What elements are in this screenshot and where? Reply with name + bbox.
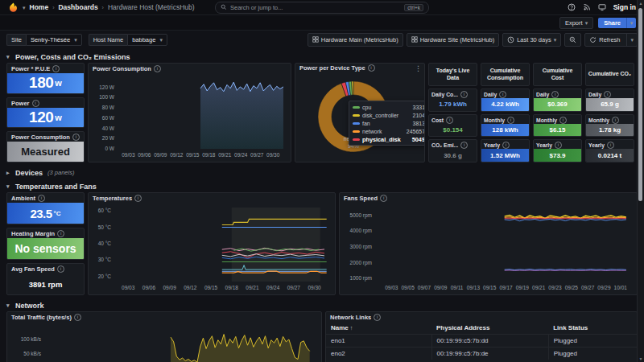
info-icon[interactable] bbox=[502, 142, 510, 149]
panel-title[interactable]: Power Consumption bbox=[93, 65, 151, 72]
info-icon[interactable] bbox=[460, 91, 468, 98]
info-icon[interactable] bbox=[446, 117, 453, 124]
info-icon[interactable] bbox=[460, 142, 468, 149]
stat-value-power-pue: 180w bbox=[7, 73, 84, 93]
grafana-app: Home › Dashboards › Hardware Host (Metri… bbox=[0, 0, 644, 362]
total-traffic-chart[interactable]: 50 kB/s100 kB/s bbox=[9, 322, 316, 362]
info-icon[interactable] bbox=[555, 142, 562, 149]
row-power-costs[interactable]: ▾ Power, Costs and CO₂ Emissions bbox=[6, 51, 638, 63]
time-range-picker[interactable]: Last 30 days bbox=[502, 33, 561, 47]
stat-label[interactable]: Daily Co... bbox=[431, 92, 458, 97]
panel-title[interactable]: Total Traffic (bytes/s) bbox=[11, 314, 72, 321]
refresh-button[interactable]: Refresh bbox=[585, 34, 624, 46]
help-icon[interactable] bbox=[568, 3, 576, 11]
stat-value: 65.9 g bbox=[586, 98, 634, 111]
scrollbar-up-icon[interactable] bbox=[638, 0, 644, 6]
row-collapse-icon: ▾ bbox=[6, 183, 12, 190]
live-stat-panel: Cost$0.154 bbox=[428, 114, 477, 138]
panel-title[interactable]: Temperatures bbox=[93, 195, 132, 202]
info-icon[interactable] bbox=[559, 117, 567, 124]
info-icon[interactable] bbox=[607, 142, 614, 149]
row-temperatures-fans[interactable]: ▾ Temperatures and Fans bbox=[6, 180, 638, 192]
search-input[interactable]: Search or jump to... ctrl+k bbox=[215, 2, 429, 14]
page-scrollbar[interactable] bbox=[637, 0, 644, 362]
table-header-link-status[interactable]: Link Status bbox=[548, 322, 637, 335]
news-icon[interactable] bbox=[583, 3, 591, 11]
org-switcher-caret-icon[interactable] bbox=[23, 5, 26, 10]
panel-title[interactable]: Power Consumption bbox=[11, 134, 70, 141]
svg-text:09/12: 09/12 bbox=[170, 152, 184, 158]
info-icon[interactable] bbox=[368, 64, 375, 72]
temperatures-chart[interactable]: 20 °C30 °C40 °C50 °C60 °C09/0309/0609/09… bbox=[90, 203, 332, 291]
stat-label[interactable]: Yearly bbox=[484, 142, 500, 148]
stat-label[interactable]: Cost bbox=[431, 117, 444, 123]
panel-title[interactable]: Power bbox=[11, 100, 30, 107]
stat-label[interactable]: Daily bbox=[536, 92, 549, 97]
grafana-cloud-icon[interactable] bbox=[598, 3, 606, 11]
stat-label[interactable]: Yearly bbox=[536, 142, 552, 148]
svg-text:50 kB/s: 50 kB/s bbox=[23, 351, 41, 356]
info-icon[interactable] bbox=[57, 230, 64, 237]
dashboard-toolbar: Site Sentry-Thésée Host Name babbage Har… bbox=[0, 31, 644, 48]
panel-title[interactable]: Fans Speed bbox=[344, 195, 378, 202]
breadcrumb-dashboards[interactable]: Dashboards bbox=[58, 3, 97, 11]
stat-label[interactable]: CO₂ Emi... bbox=[431, 142, 458, 148]
info-icon[interactable] bbox=[154, 65, 161, 72]
share-button[interactable]: Share bbox=[598, 18, 626, 28]
stat-label[interactable]: Monthly bbox=[484, 117, 505, 123]
info-icon[interactable] bbox=[57, 265, 64, 273]
tooltip-series-name: network bbox=[362, 129, 382, 134]
sign-in-button[interactable]: Sign in bbox=[613, 3, 636, 11]
info-icon[interactable] bbox=[72, 134, 80, 141]
stat-label[interactable]: Monthly bbox=[588, 117, 609, 123]
breadcrumb: Home › Dashboards › Hardware Host (Metri… bbox=[30, 3, 195, 11]
breadcrumb-home[interactable]: Home bbox=[30, 3, 49, 11]
stat-label[interactable]: Yearly bbox=[588, 142, 605, 148]
info-icon[interactable] bbox=[551, 91, 559, 98]
live-column: Cumulative CostDaily$0.369Monthly$6.15Ye… bbox=[533, 63, 582, 162]
site-variable-select[interactable]: Sentry-Thésée bbox=[26, 34, 82, 46]
info-icon[interactable] bbox=[507, 117, 514, 124]
info-icon[interactable] bbox=[499, 91, 506, 98]
stat-label[interactable]: Daily bbox=[588, 92, 601, 97]
info-icon[interactable] bbox=[604, 91, 611, 98]
refresh-interval-caret[interactable] bbox=[626, 34, 637, 46]
row-devices[interactable]: ▸ Devices (3 panels) bbox=[6, 167, 638, 179]
hostname-variable-select[interactable]: babbage bbox=[127, 34, 167, 46]
panel-title[interactable]: Avg Fan Speed bbox=[11, 265, 55, 273]
table-header-name[interactable]: Name bbox=[326, 322, 431, 335]
info-icon[interactable] bbox=[380, 195, 387, 202]
info-icon[interactable] bbox=[52, 65, 60, 72]
info-icon[interactable] bbox=[74, 314, 81, 321]
panel-title[interactable]: Power per Device Type bbox=[299, 64, 365, 72]
link-hardware-main[interactable]: Hardware Main (MetricsHub) bbox=[308, 33, 403, 47]
row-network[interactable]: ▾ Network bbox=[6, 299, 638, 311]
legend-swatch bbox=[353, 138, 360, 141]
link-hardware-site[interactable]: Hardware Site (MetricsHub) bbox=[407, 33, 500, 47]
stat-value: $0.369 bbox=[534, 98, 581, 111]
chart-tooltip: cpu33318disk_controller21042fan38130netw… bbox=[349, 101, 425, 146]
svg-text:09/24: 09/24 bbox=[234, 152, 248, 158]
fans-speed-chart[interactable]: 1000 rpm2000 rpm3000 rpm4000 rpm5000 rpm… bbox=[341, 203, 633, 291]
zoom-out-button[interactable] bbox=[564, 33, 581, 47]
info-icon[interactable] bbox=[38, 195, 45, 202]
info-icon[interactable] bbox=[134, 195, 142, 202]
info-icon[interactable] bbox=[612, 117, 619, 124]
stat-label[interactable]: Daily bbox=[484, 92, 497, 97]
grafana-logo-icon[interactable] bbox=[8, 2, 19, 13]
panel-title[interactable]: Ambient bbox=[11, 195, 35, 202]
panel-title[interactable]: Heating Margin bbox=[11, 230, 55, 237]
svg-text:09/06: 09/06 bbox=[142, 285, 156, 290]
share-caret-button[interactable] bbox=[626, 18, 636, 28]
panel-title[interactable]: Network Links bbox=[330, 314, 371, 321]
scrollbar-thumb[interactable] bbox=[638, 8, 642, 201]
power-consumption-chart[interactable]: 0 W20 W40 W60 W80 W100 W120 W09/0309/060… bbox=[90, 73, 287, 158]
table-header-physical-address[interactable]: Physical Address bbox=[431, 322, 548, 335]
export-button[interactable]: Export bbox=[559, 17, 593, 29]
info-icon[interactable] bbox=[374, 314, 381, 321]
stat-label[interactable]: Monthly bbox=[536, 117, 557, 123]
info-icon[interactable] bbox=[32, 100, 39, 107]
tooltip-row: fan38130 bbox=[353, 119, 425, 127]
scrollbar-down-icon[interactable] bbox=[638, 356, 644, 362]
panel-title[interactable]: Power * P.U.E bbox=[11, 65, 50, 72]
